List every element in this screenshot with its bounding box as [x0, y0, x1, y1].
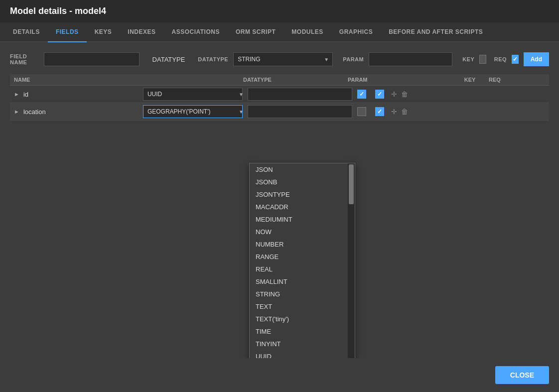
- dropdown-arrow-location: ▼: [239, 109, 244, 115]
- field-name-label: FIELD NAME: [10, 53, 39, 65]
- row-expand-icon-location[interactable]: ►: [14, 109, 19, 115]
- row-expand-icon[interactable]: ►: [14, 91, 19, 97]
- tab-indexes[interactable]: INDEXES: [120, 22, 163, 41]
- delete-icon-id[interactable]: 🗑: [401, 90, 408, 98]
- dropdown-item-range[interactable]: RANGE: [250, 251, 355, 263]
- title-bar: Model details - model4: [0, 0, 559, 22]
- add-button[interactable]: Add: [524, 52, 549, 66]
- row-param-id[interactable]: [248, 88, 352, 101]
- col-header-key: KEY: [457, 77, 482, 83]
- table-row: ► id UUID ▼ ✛ 🗑: [10, 86, 549, 103]
- tab-associations[interactable]: ASSOCIATIONS: [164, 22, 228, 41]
- dropdown-item-mediumint[interactable]: MEDIUMINT: [250, 213, 355, 226]
- tab-before-after-scripts[interactable]: BEFORE AND AFTER SCRIPTS: [381, 22, 491, 41]
- key-checkbox[interactable]: [479, 55, 486, 64]
- tab-details[interactable]: DETAILS: [5, 22, 48, 41]
- datatype-dropdown: JSON JSONB JSONTYPE MACADDR MEDIUMINT NO…: [249, 163, 355, 358]
- tab-fields[interactable]: FIELDS: [48, 22, 87, 42]
- param-label-text: PARAM: [343, 56, 364, 62]
- datatype-select[interactable]: STRING: [233, 52, 333, 66]
- row-datatype-display-id[interactable]: UUID ▼: [143, 88, 243, 101]
- drag-icon-location[interactable]: ✛: [391, 108, 397, 116]
- dropdown-scrollbar-thumb[interactable]: [349, 164, 354, 204]
- dropdown-item-text-tiny[interactable]: TEXT('tiny'): [250, 313, 355, 325]
- dropdown-item-jsonb[interactable]: JSONB: [250, 176, 355, 188]
- tab-bar: DETAILS FIELDS KEYS INDEXES ASSOCIATIONS…: [0, 22, 559, 42]
- req-label-text: REQ: [494, 56, 507, 62]
- table-header-row: NAME DATATYPE PARAM KEY REQ: [10, 74, 549, 86]
- model-details-dialog: Model details - model4 DETAILS FIELDS KE…: [0, 0, 559, 392]
- dropdown-item-tinyint[interactable]: TINYINT: [250, 338, 355, 350]
- add-field-row: FIELD NAME DATATYPE DATATYPE STRING PARA…: [10, 52, 549, 66]
- req-checkbox-id[interactable]: [375, 90, 384, 99]
- row-datatype-value-id: UUID: [147, 91, 162, 98]
- datatype-label: DATATYPE: [152, 56, 185, 63]
- col-header-param: PARAM: [348, 77, 457, 83]
- field-name-input[interactable]: [44, 52, 140, 66]
- row-datatype-cell-id: UUID ▼: [143, 88, 248, 101]
- tab-orm-script[interactable]: ORM SCRIPT: [228, 22, 283, 41]
- key-label-text: KEY: [462, 56, 474, 62]
- row-name-location: location: [23, 108, 46, 116]
- dropdown-item-string[interactable]: STRING: [250, 288, 355, 300]
- dropdown-item-time[interactable]: TIME: [250, 325, 355, 338]
- dropdown-scrollbar-track: [348, 163, 355, 358]
- tab-graphics[interactable]: GRAPHICS: [331, 22, 381, 41]
- table-row: ► location GEOGRAPHY('POINT') ▼ ✛ 🗑: [10, 103, 549, 121]
- key-checkbox-location[interactable]: [357, 107, 366, 116]
- col-header-req: REQ: [482, 77, 507, 83]
- key-checkbox-id[interactable]: [357, 90, 366, 99]
- content-area: FIELD NAME DATATYPE DATATYPE STRING PARA…: [0, 42, 559, 358]
- row-param-location[interactable]: [248, 105, 352, 118]
- dropdown-item-smallint[interactable]: SMALLINT: [250, 275, 355, 288]
- dropdown-arrow-id: ▼: [239, 92, 244, 97]
- dropdown-item-macaddr[interactable]: MACADDR: [250, 201, 355, 213]
- delete-icon-location[interactable]: 🗑: [401, 108, 408, 116]
- dropdown-item-jsontype[interactable]: JSONTYPE: [250, 188, 355, 201]
- dropdown-item-json[interactable]: JSON: [250, 163, 355, 176]
- dropdown-item-now[interactable]: NOW: [250, 226, 355, 238]
- tab-modules[interactable]: MODULES: [283, 22, 331, 41]
- row-name-cell-location: location: [23, 108, 143, 116]
- row-datatype-cell-location: GEOGRAPHY('POINT') ▼: [143, 105, 248, 118]
- param-input[interactable]: [369, 52, 452, 66]
- dropdown-item-real[interactable]: REAL: [250, 263, 355, 275]
- req-checkbox-location[interactable]: [375, 107, 384, 116]
- req-checkbox[interactable]: [512, 55, 519, 64]
- row-name-id: id: [23, 91, 28, 98]
- datatype-select-wrapper: STRING: [233, 52, 333, 66]
- bottom-bar: CLOSE: [0, 358, 559, 392]
- dropdown-item-text[interactable]: TEXT: [250, 300, 355, 313]
- drag-icon-id[interactable]: ✛: [391, 90, 397, 98]
- col-header-name: NAME: [14, 77, 243, 83]
- close-button[interactable]: CLOSE: [495, 366, 549, 384]
- datatype-label-text: DATATYPE: [198, 56, 228, 62]
- dropdown-item-uuid[interactable]: UUID: [250, 350, 355, 358]
- col-header-datatype: DATATYPE: [243, 77, 348, 83]
- dropdown-item-number[interactable]: NUMBER: [250, 238, 355, 251]
- row-datatype-value-location: GEOGRAPHY('POINT'): [147, 108, 211, 115]
- row-datatype-display-location[interactable]: GEOGRAPHY('POINT') ▼: [143, 105, 243, 118]
- tab-keys[interactable]: KEYS: [87, 22, 120, 41]
- dialog-title: Model details - model4: [10, 6, 106, 16]
- row-name-cell: id: [23, 91, 143, 98]
